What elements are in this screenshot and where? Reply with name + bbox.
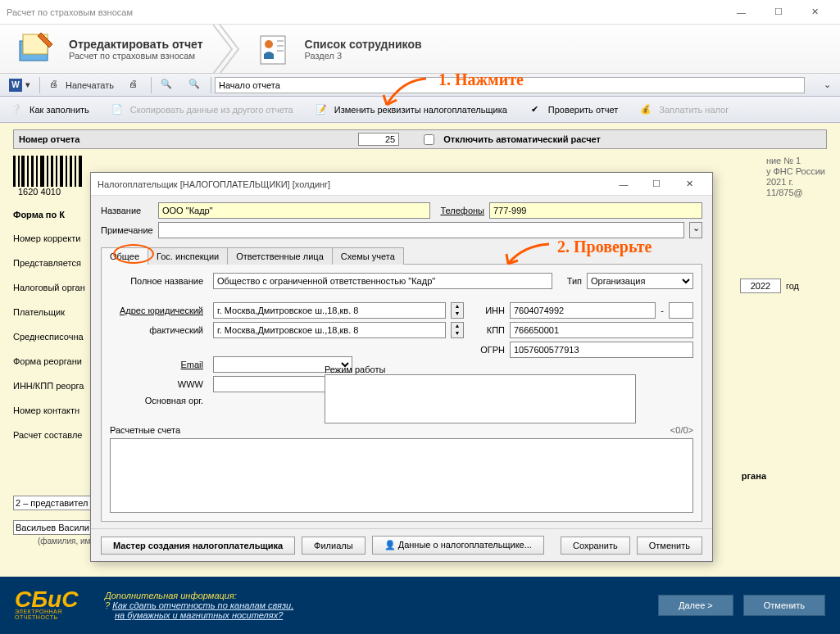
svg-point-3 <box>265 40 273 48</box>
schedule-textarea[interactable] <box>325 374 636 423</box>
note-line: у ФНС России <box>766 166 825 177</box>
wizard-next-button[interactable]: Далее > <box>658 595 733 616</box>
svg-rect-15 <box>51 156 53 187</box>
legal-address-input[interactable] <box>213 302 446 319</box>
svg-rect-7 <box>13 156 16 187</box>
report-number-input[interactable] <box>358 133 399 146</box>
print-settings-button[interactable]: 🖨 <box>123 76 148 94</box>
branches-button[interactable]: Филиалы <box>302 537 366 555</box>
year-field: год <box>740 279 799 293</box>
org-label-tail: ргана <box>742 471 766 481</box>
tab-general-page: Полное название Тип Организация Адрес юр… <box>101 265 702 522</box>
ogrn-input[interactable] <box>510 342 693 358</box>
zoom-in-button[interactable]: 🔍 <box>155 76 179 94</box>
pay-tax-link: 💰 Заплатить налог <box>633 100 733 120</box>
dialog-tabs: Общее Гос. инспекции Ответственные лица … <box>101 247 702 265</box>
section-selector[interactable] <box>215 77 805 93</box>
help-icon: ❔ <box>8 102 25 118</box>
svg-rect-11 <box>31 156 34 187</box>
svg-rect-21 <box>79 156 82 187</box>
copy-data-link[interactable]: 📄 Скопировать данные из другого отчета <box>104 100 298 120</box>
toolbar-primary: W▾ 🖨Напечатать 🖨 🔍 🔍 ⌄ <box>0 74 840 97</box>
dialog-close-button[interactable]: ✕ <box>673 173 706 196</box>
name-label: Название <box>101 206 153 215</box>
copy-icon: 📄 <box>109 102 125 118</box>
note-line: 2021 г. <box>766 177 825 188</box>
check-report-link[interactable]: ✔ Проверить отчет <box>522 100 624 120</box>
taxpayer-wizard-button[interactable]: Мастер создания налогоплательщика <box>101 537 295 555</box>
save-button[interactable]: Сохранить <box>561 537 630 555</box>
sbis-logo: СБиС ЭЛЕКТРОННАЯ ОТЧЕТНОСТЬ <box>15 591 97 620</box>
window-close-button[interactable]: ✕ <box>797 0 833 25</box>
wizard-step2-title: Список сотрудников <box>305 38 422 51</box>
name-input[interactable] <box>158 202 430 219</box>
section-dropdown-button[interactable]: ⌄ <box>818 76 837 94</box>
dialog-footer: Мастер создания налогоплательщика Филиал… <box>91 528 712 561</box>
actual-address-spinner[interactable]: ▲▼ <box>451 322 464 338</box>
autocalc-off-checkbox[interactable] <box>424 134 434 145</box>
inn-suffix-input[interactable] <box>669 302 693 319</box>
inn-input[interactable] <box>510 302 656 319</box>
toolbar-actions: ❔ Как заполнить 📄 Скопировать данные из … <box>0 97 840 123</box>
svg-rect-13 <box>40 156 44 187</box>
change-requisites-link[interactable]: 📝 Изменить реквизиты налогоплательщика <box>308 100 512 120</box>
email-label: Email <box>110 360 208 369</box>
tab-responsible[interactable]: Ответственные лица <box>227 247 333 265</box>
tab-general[interactable]: Общее <box>101 247 148 265</box>
type-select[interactable]: Организация <box>587 273 693 289</box>
dialog-maximize-button[interactable]: ☐ <box>640 173 673 196</box>
kpp-input[interactable] <box>510 322 693 338</box>
tab-inspections[interactable]: Гос. инспекции <box>148 247 228 265</box>
word-export-button[interactable]: W▾ <box>3 76 36 94</box>
howto-link[interactable]: ❔ Как заполнить <box>3 100 94 120</box>
footer-info: Дополнительная информация: ? Как сдать о… <box>105 591 293 620</box>
note-input[interactable] <box>158 222 684 238</box>
svg-rect-14 <box>47 156 48 187</box>
www-label: WWW <box>110 379 208 389</box>
zoom-out-button[interactable]: 🔍 <box>183 76 207 94</box>
phones-input[interactable] <box>489 202 702 219</box>
actual-address-input[interactable] <box>213 322 446 338</box>
svg-rect-9 <box>21 156 25 187</box>
legal-address-label: Адрес юридический <box>110 306 208 315</box>
taxpayer-dialog: Налогоплательщик [НАЛОГОПЛАТЕЛЬЩИКИ] [хо… <box>90 172 713 562</box>
print-button[interactable]: 🖨Напечатать <box>43 76 120 94</box>
window-maximize-button[interactable]: ☐ <box>760 0 797 25</box>
edit-report-icon <box>16 31 57 67</box>
footer-help-link2[interactable]: на бумажных и магнитных носителях? <box>115 610 283 620</box>
year-input[interactable] <box>740 279 781 293</box>
actual-address-label: фактический <box>110 325 208 335</box>
svg-rect-20 <box>75 156 76 187</box>
note-dropdown-button[interactable]: ⌄ <box>689 222 702 238</box>
edit-doc-icon: 📝 <box>313 102 329 118</box>
print-label: Напечатать <box>66 80 114 90</box>
accounts-list[interactable] <box>110 438 693 513</box>
tab-schemes[interactable]: Схемы учета <box>332 247 404 265</box>
taxpayer-data-button[interactable]: 👤 Данные о налогоплательщике... <box>372 536 544 555</box>
wizard-step-1[interactable]: Отредактировать отчет Расчет по страховы… <box>16 31 203 67</box>
pay-label: Заплатить налог <box>659 105 729 115</box>
type-label: Тип <box>557 276 582 286</box>
cancel-button[interactable]: Отменить <box>637 537 702 555</box>
note-line: 11/875@ <box>766 188 825 198</box>
ogrn-label: ОГРН <box>472 345 505 355</box>
wizard-step1-subtitle: Расчет по страховым взносам <box>69 51 203 61</box>
kpp-label: КПП <box>472 325 505 335</box>
check-label: Проверить отчет <box>548 105 619 115</box>
wizard-step2-subtitle: Раздел 3 <box>305 51 422 61</box>
dialog-minimize-button[interactable]: — <box>607 173 640 196</box>
footer-help-link[interactable]: Как сдать отчетность по каналам связи, <box>112 600 293 610</box>
window-minimize-button[interactable]: — <box>723 0 760 25</box>
wizard-step-2[interactable]: Список сотрудников Раздел 3 <box>252 31 422 67</box>
wizard-cancel-button[interactable]: Отменить <box>743 595 825 616</box>
toolbar-separator <box>151 77 152 93</box>
legal-address-spinner[interactable]: ▲▼ <box>451 302 464 319</box>
svg-rect-17 <box>60 156 63 187</box>
window-title: Расчет по страховым взносам <box>7 7 133 17</box>
phones-label: Телефоны <box>435 206 484 215</box>
fullname-input[interactable] <box>213 273 552 289</box>
person-icon: 👤 <box>384 540 396 550</box>
svg-rect-2 <box>261 36 285 64</box>
change-req-label: Изменить реквизиты налогоплательщика <box>334 105 507 115</box>
wizard-arrow-icon <box>211 25 244 74</box>
